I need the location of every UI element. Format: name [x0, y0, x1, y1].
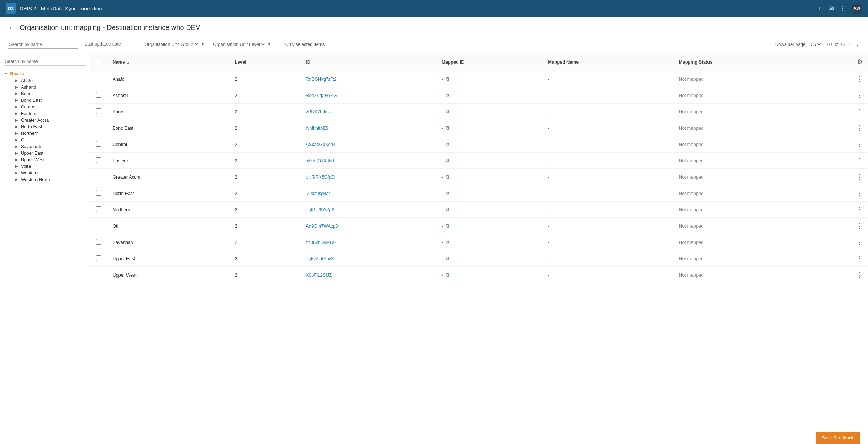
row-menu-button-0[interactable]: ⋮	[856, 75, 862, 83]
sidebar-item-western-north[interactable]: ▶Western North	[6, 176, 90, 183]
select-all-col[interactable]	[90, 53, 107, 71]
message-icon[interactable]: □	[819, 5, 823, 12]
sidebar-item-label: Volta	[21, 164, 31, 169]
mail-icon[interactable]: ✉	[829, 5, 834, 12]
row-checkbox-9[interactable]	[96, 223, 101, 228]
row-checkbox-3[interactable]	[96, 125, 101, 130]
row-menu-button-2[interactable]: ⋮	[856, 108, 862, 115]
last-updated-input[interactable]	[84, 40, 136, 48]
ext-link-button-12[interactable]: ⧉	[444, 272, 451, 278]
row-checkbox-4[interactable]	[96, 141, 101, 147]
only-selected-checkbox-label[interactable]: Only selected items	[278, 42, 325, 47]
row-menu-button-11[interactable]: ⋮	[856, 255, 862, 262]
user-avatar[interactable]: AW	[851, 3, 862, 14]
row-mapped-name: -	[542, 202, 673, 218]
row-id: IvnfkhftpE9	[300, 120, 436, 136]
row-menu-button-4[interactable]: ⋮	[856, 140, 862, 148]
row-name: Savannah	[107, 234, 229, 250]
select-all-checkbox[interactable]	[96, 59, 101, 64]
tree-child-arrow-icon: ▶	[15, 85, 19, 89]
apps-icon[interactable]: ⋮	[840, 5, 846, 12]
table-row: Central2ASxaoGqXcp4- ⧉-Not mapped⋮	[90, 136, 868, 153]
row-menu-button-1[interactable]: ⋮	[856, 91, 862, 99]
name-col-header[interactable]: Name ▲	[107, 53, 229, 71]
back-button[interactable]: ←	[8, 24, 15, 32]
row-id: ggEw5nfApv3	[300, 250, 436, 267]
sidebar-item-eastern[interactable]: ▶Eastern	[6, 110, 90, 117]
row-menu-button-5[interactable]: ⋮	[856, 157, 862, 164]
row-checkbox-6[interactable]	[96, 174, 101, 179]
sidebar-item-western[interactable]: ▶Western	[6, 170, 90, 176]
sidebar-item-central[interactable]: ▶Central	[6, 104, 90, 110]
row-checkbox-5[interactable]	[96, 157, 101, 163]
row-menu-button-10[interactable]: ⋮	[856, 238, 862, 246]
sidebar-item-ashanti[interactable]: ▶Ashanti	[6, 84, 90, 90]
row-mapped-id: - ⧉	[436, 120, 542, 136]
sidebar-item-label: Western North	[21, 177, 50, 182]
row-checkbox-8[interactable]	[96, 206, 101, 212]
rows-per-page-select[interactable]: 25	[810, 41, 822, 47]
ext-link-button-2[interactable]: ⧉	[444, 109, 451, 115]
sidebar-item-upper-west[interactable]: ▶Upper West	[6, 156, 90, 163]
ext-link-button-7[interactable]: ⧉	[444, 190, 451, 196]
sidebar-item-north-east[interactable]: ▶North East	[6, 123, 90, 130]
settings-col-header[interactable]: ⚙	[813, 53, 868, 71]
row-checkbox-0[interactable]	[96, 76, 101, 81]
row-name: Greater Accra	[107, 169, 229, 185]
sidebar-item-ahafo[interactable]: ▶Ahafo	[6, 77, 90, 84]
sidebar-item-volta[interactable]: ▶Volta	[6, 163, 90, 170]
org-unit-level-select[interactable]: Organisation Unit Level	[212, 41, 266, 47]
feedback-button[interactable]: Send Feedback	[816, 432, 860, 444]
row-mapped-name: -	[542, 104, 673, 120]
row-menu-button-7[interactable]: ⋮	[856, 189, 862, 197]
tree-child-arrow-icon: ▶	[15, 131, 19, 135]
row-menu-button-9[interactable]: ⋮	[856, 222, 862, 230]
sidebar-item-greater-accra[interactable]: ▶Greater Accra	[6, 117, 90, 123]
sidebar-item-label: Ahafo	[21, 78, 33, 83]
row-menu-button-12[interactable]: ⋮	[856, 271, 862, 279]
row-level: 2	[229, 202, 300, 218]
row-checkbox-11[interactable]	[96, 255, 101, 261]
sidebar-item-upper-east[interactable]: ▶Upper East	[6, 150, 90, 156]
ext-link-button-8[interactable]: ⧉	[444, 207, 451, 213]
ext-link-button-4[interactable]: ⧉	[444, 141, 451, 147]
row-menu-button-6[interactable]: ⋮	[856, 173, 862, 181]
ext-link-button-5[interactable]: ⧉	[444, 158, 451, 164]
next-page-button[interactable]: ›	[855, 40, 860, 49]
row-menu-button-8[interactable]: ⋮	[856, 206, 862, 213]
org-unit-group-filter[interactable]: Organisation Unit Group ▼	[142, 40, 205, 49]
org-unit-group-select[interactable]: Organisation Unit Group	[143, 41, 199, 47]
sidebar-item-oti[interactable]: ▶Oti	[6, 137, 90, 143]
sidebar-item-bono[interactable]: ▶Bono	[6, 90, 90, 97]
ext-link-button-6[interactable]: ⧉	[444, 174, 451, 180]
ext-link-button-0[interactable]: ⧉	[444, 76, 451, 82]
only-selected-checkbox[interactable]	[278, 42, 283, 47]
ext-link-button-9[interactable]: ⧉	[444, 223, 451, 229]
sidebar-item-northern[interactable]: ▶Northern	[6, 130, 90, 137]
row-checkbox-10[interactable]	[96, 239, 101, 245]
table-settings-icon[interactable]: ⚙	[857, 58, 862, 65]
ext-link-button-10[interactable]: ⧉	[444, 239, 451, 245]
tree-child-arrow-icon: ▶	[15, 92, 19, 96]
row-checkbox-7[interactable]	[96, 190, 101, 196]
ext-link-button-1[interactable]: ⧉	[444, 92, 451, 98]
search-input[interactable]	[8, 40, 78, 49]
sidebar-search-input[interactable]	[4, 57, 86, 66]
row-checkbox-2[interactable]	[96, 108, 101, 114]
table-body: Ahafo2RnDSNvg7zR2- ⧉-Not mapped⋮Ashanti2…	[90, 71, 868, 283]
id-col-header: ID	[300, 53, 436, 71]
tree-child-arrow-icon: ▶	[15, 158, 19, 162]
table-row: Bono East2IvnfkhftpE9- ⧉-Not mapped⋮	[90, 120, 868, 136]
sidebar-item-bono-east[interactable]: ▶Bono East	[6, 97, 90, 104]
ext-link-button-3[interactable]: ⧉	[444, 125, 451, 131]
ext-link-button-11[interactable]: ⧉	[444, 256, 451, 262]
tree-root-item[interactable]: ▼ Ghana	[0, 70, 90, 77]
row-menu-button-3[interactable]: ⋮	[856, 124, 862, 132]
row-checkbox-12[interactable]	[96, 272, 101, 277]
row-checkbox-1[interactable]	[96, 92, 101, 98]
table-row: Eastern2kN9mOJX8htL- ⧉-Not mapped⋮	[90, 153, 868, 169]
row-mapped-id: - ⧉	[436, 218, 542, 234]
prev-page-button[interactable]: ‹	[847, 40, 852, 49]
sidebar-item-savannah[interactable]: ▶Savannah	[6, 143, 90, 150]
org-unit-level-filter[interactable]: Organisation Unit Level ▼	[211, 40, 272, 49]
